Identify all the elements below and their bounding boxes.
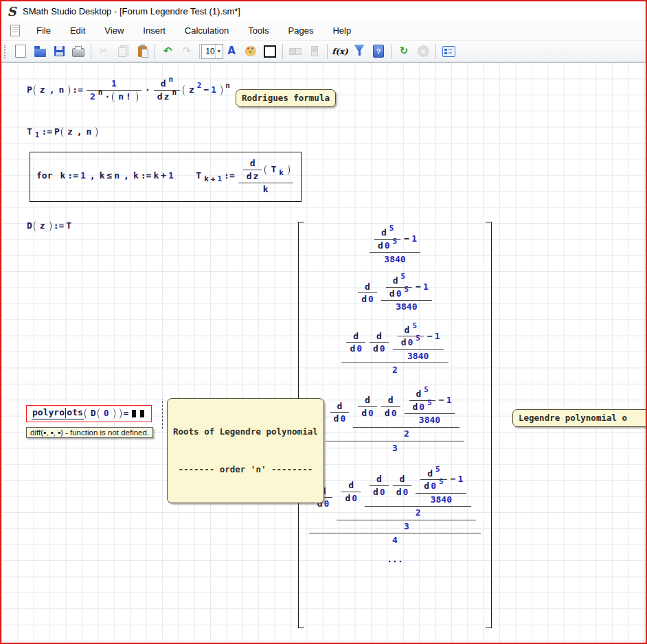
math-variable: d xyxy=(381,228,387,238)
math-subscripted: Tk xyxy=(270,165,284,175)
math-variable: d xyxy=(345,494,350,504)
new-document-button[interactable] xyxy=(12,43,30,60)
matrix-ellipsis: ... xyxy=(387,554,402,564)
chevron-down-icon[interactable]: ▾ xyxy=(215,45,223,58)
region-legendre-label[interactable]: Legendre polynomial o xyxy=(512,409,646,427)
math-row: d0 xyxy=(389,289,402,299)
math-variable: k xyxy=(263,185,269,195)
math-row: d0 xyxy=(361,295,374,305)
math-variable: d xyxy=(361,409,367,419)
math-row: z,n xyxy=(67,127,92,137)
reference-book-button[interactable]: ? xyxy=(370,43,387,60)
math-paren-content: Tk xyxy=(270,165,284,175)
region-p-definition[interactable]: Pz,n:=12n·n!·dndznz2−1n xyxy=(26,78,231,103)
cut-button: ✂ xyxy=(95,43,113,60)
math-row: d0 xyxy=(400,338,414,348)
worksheet-canvas[interactable]: Pz,n:=12n·n!·dndznz2−1n Rodrigues formul… xyxy=(1,62,646,643)
math-number: 1 xyxy=(211,85,216,95)
math-exponent: 5 xyxy=(427,399,433,407)
print-button[interactable] xyxy=(69,43,87,60)
region-for-loop[interactable]: fork:=1,k≤n,k:=k+1 Tk+1:=ddzTkk xyxy=(30,152,302,202)
region-polyroots-error[interactable]: polyrootsD0= xyxy=(26,405,152,422)
open-file-button[interactable] xyxy=(31,43,49,60)
menu-item-calculation[interactable]: Calculation xyxy=(175,23,238,38)
paste-button[interactable] xyxy=(133,43,151,60)
math-parentheses: z xyxy=(34,221,52,231)
region-d-definition[interactable]: Dz:=T xyxy=(26,221,72,231)
menu-item-insert[interactable]: Insert xyxy=(133,23,175,38)
math-operator: − xyxy=(427,332,433,342)
math-variable: z xyxy=(67,127,73,137)
filter-button[interactable] xyxy=(350,43,368,60)
math-variable: P xyxy=(54,127,60,137)
math-variable: d xyxy=(396,487,402,498)
background-color-button-icon xyxy=(245,46,256,56)
menu-item-help[interactable]: Help xyxy=(323,23,361,38)
background-color-button[interactable] xyxy=(242,43,260,60)
smath-logo-icon: S xyxy=(5,4,19,18)
font-button[interactable]: A xyxy=(223,43,240,60)
menu-item-file[interactable]: File xyxy=(27,23,60,38)
math-denominator: 2 xyxy=(389,363,401,376)
math-operator: ! xyxy=(126,92,131,102)
menu-item-tools[interactable]: Tools xyxy=(238,23,278,38)
math-number: 0 xyxy=(391,409,397,419)
math-paren-content: 0 xyxy=(103,409,110,419)
math-fraction: dd0dd0dd0d5d05−1384023 xyxy=(326,384,465,453)
math-number: 0 xyxy=(368,409,374,419)
matrix-row: dd0dd0d5d05−138402 xyxy=(339,321,450,376)
math-denominator: 2 xyxy=(412,507,424,519)
math-variable: D xyxy=(27,221,32,231)
math-number: 0 xyxy=(368,295,374,305)
region-legendre-matrix-result[interactable]: d5d05−13840dd0d5d05−13840dd0dd0d5d05−138… xyxy=(304,225,486,564)
region-roots-label[interactable]: Roots of Legendre polynomial ------- ord… xyxy=(167,398,324,503)
math-operator: := xyxy=(141,171,152,181)
math-variable: d xyxy=(157,92,163,102)
math-fraction: d5d05−13840 xyxy=(393,323,444,363)
math-number: 2 xyxy=(392,365,398,375)
math-variable: T xyxy=(27,127,32,137)
toolbar-separator xyxy=(327,44,328,59)
math-subscripted: T1 xyxy=(26,127,40,137)
region-rodrigues-label[interactable]: Rodrigues formula xyxy=(236,89,336,107)
math-power: z2 xyxy=(188,85,202,95)
math-row: d0 xyxy=(333,414,347,424)
math-denominator: d05 xyxy=(420,480,446,492)
menu-item-edit[interactable]: Edit xyxy=(60,23,95,38)
placeholder-square-icon xyxy=(140,410,144,417)
math-variable: d xyxy=(427,469,433,479)
border-button[interactable] xyxy=(261,43,279,60)
menu-item-pages[interactable]: Pages xyxy=(279,23,324,38)
left-paren-icon xyxy=(98,409,102,419)
insert-function-button[interactable]: f(x) xyxy=(331,43,349,60)
right-paren-icon xyxy=(47,221,52,231)
math-denominator: 3 xyxy=(389,441,401,454)
menu-item-view[interactable]: View xyxy=(95,23,133,38)
math-paren-content: D0 xyxy=(90,409,116,419)
math-number: 0 xyxy=(408,338,413,348)
math-denominator: d0 xyxy=(341,492,361,505)
matrix-right-bracket-icon xyxy=(486,222,492,628)
undo-button[interactable]: ↶ xyxy=(159,43,177,60)
right-paren-icon xyxy=(93,127,98,137)
align-vertical-button-icon xyxy=(311,46,318,51)
matrix-row: dd0d5d05−13840 xyxy=(356,273,434,313)
math-row: d5d05−1 xyxy=(407,388,453,413)
math-fraction: dd0 xyxy=(341,479,361,504)
math-variable: k xyxy=(279,168,284,177)
toolbar-separator xyxy=(282,44,283,59)
toolbar-grip[interactable] xyxy=(4,45,8,58)
options-button[interactable] xyxy=(440,43,457,60)
region-t1-definition[interactable]: T1:=Pz,n xyxy=(26,127,98,137)
save-button[interactable] xyxy=(50,43,68,60)
recalculate-button[interactable]: ↻ xyxy=(395,43,413,60)
math-row: d0 xyxy=(372,344,386,354)
math-denominator: d05 xyxy=(374,240,400,252)
math-numerator: dd0dd0dd0dd0d5d05−1384023 xyxy=(309,462,481,533)
math-operator: , xyxy=(124,171,129,181)
math-operator: , xyxy=(90,171,95,181)
math-subscript: k xyxy=(278,169,284,177)
math-paren-content: n! xyxy=(117,92,133,102)
font-size-combo[interactable]: 10▾ xyxy=(203,43,221,60)
math-variable: d xyxy=(250,159,256,169)
